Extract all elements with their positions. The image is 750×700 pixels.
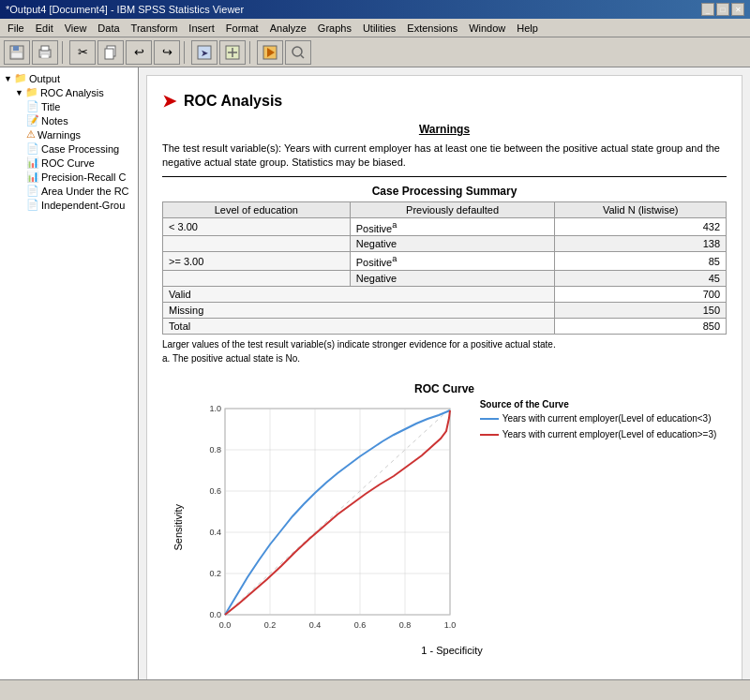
folder-icon-roc: 📁 [25,86,38,98]
svg-rect-1 [13,46,19,51]
chart-svg-container: 0.0 0.2 0.4 0.6 0.8 1.0 0.0 0.2 0.4 0. [188,399,717,656]
table-row: >= 3.00 Positivea 85 [163,252,727,271]
chart-area: Sensitivity [172,399,717,656]
outline-panel[interactable]: ▼ 📁 Output ▼ 📁 ROC Analysis 📄 Title 📝 No… [0,67,139,679]
toolbar-sep-2 [184,41,188,64]
cell-edu-2 [163,236,351,252]
outline-roc-curve-label: ROC Curve [41,157,95,169]
menu-window[interactable]: Window [463,21,511,36]
case-processing-section: Case Processing Summary Level of educati… [162,185,727,364]
cut-button[interactable]: ✂ [69,40,96,65]
save-button[interactable] [4,40,30,65]
output-panel[interactable]: ➤ ROC Analysis Warnings The test result … [139,67,750,679]
red-line-icon [480,434,499,436]
window-title: *Output4 [Document4] - IBM SPSS Statisti… [6,4,244,15]
legend-item-blue: Years with current employer(Level of edu… [480,413,717,424]
outline-area-label: Area Under the RC [41,186,129,197]
chart-icon-roc: 📊 [26,156,39,169]
menu-insert[interactable]: Insert [183,21,220,36]
roc-analysis-title: ROC Analysis [184,93,282,110]
legend-title: Source of the Curve [480,399,717,410]
legend-label-red: Years with current employer(Level of edu… [502,429,717,439]
svg-text:0.6: 0.6 [209,486,221,496]
window-controls[interactable]: _ □ ✕ [701,3,744,16]
cell-valid-val: 700 [555,287,727,303]
blue-line-icon [480,418,499,420]
cell-n-1: 432 [555,217,727,236]
menu-format[interactable]: Format [220,21,264,36]
svg-text:0.4: 0.4 [308,620,321,630]
menu-help[interactable]: Help [511,21,544,36]
svg-text:0.2: 0.2 [209,569,221,578]
chart-with-legend: 0.0 0.2 0.4 0.6 0.8 1.0 0.0 0.2 0.4 0. [188,399,717,643]
toolbar: ✂ ↩ ↪ ➤ [0,37,750,67]
doc-icon-ind: 📄 [26,199,39,211]
table-note: Larger values of the test result variabl… [162,338,727,351]
cell-edu-3: >= 3.00 [163,252,351,271]
outline-warnings[interactable]: ⚠ Warnings [0,127,138,141]
main-area: ▼ 📁 Output ▼ 📁 ROC Analysis 📄 Title 📝 No… [0,67,750,679]
chart-title: ROC Curve [414,382,474,395]
outline-area-under[interactable]: 📄 Area Under the RC [0,184,138,198]
doc-icon-case: 📄 [26,142,39,155]
x-axis-label: 1 - Specificity [188,645,717,656]
roc-analysis-header: ➤ ROC Analysis [162,91,727,112]
table-row: Valid 700 [163,287,727,303]
print-button[interactable] [32,40,58,65]
cell-edu-1: < 3.00 [163,217,351,236]
outline-roc-analysis[interactable]: ▼ 📁 ROC Analysis [0,85,138,99]
undo-button[interactable]: ↩ [126,40,152,65]
cell-valid-label: Valid [163,287,555,303]
outline-title-label: Title [41,101,60,112]
collapse-icon: ▼ [4,74,12,83]
chart-legend: Source of the Curve Years with current e… [480,399,717,445]
goto-button[interactable]: ➤ [191,40,218,65]
table-row: Missing 150 [163,303,727,319]
output-content: ➤ ROC Analysis Warnings The test result … [146,75,742,679]
menu-analyze[interactable]: Analyze [264,21,312,36]
insert-output-button[interactable] [219,40,246,65]
roc-curve-chart: ROC Curve Sensitivity [162,382,727,656]
svg-text:0.0: 0.0 [218,620,231,630]
outline-roc-label: ROC Analysis [40,87,104,98]
col-header-validn: Valid N (listwise) [555,201,727,217]
menu-view[interactable]: View [59,21,93,36]
cell-pos-2: Positivea [350,252,555,271]
outline-output[interactable]: ▼ 📁 Output [0,71,138,85]
cell-neg-2: Negative [350,271,555,287]
outline-roc-curve[interactable]: 📊 ROC Curve [0,156,138,170]
legend-label-blue: Years with current employer(Level of edu… [502,413,712,424]
menu-edit[interactable]: Edit [30,21,59,36]
zoom-button[interactable] [285,40,311,65]
menu-file[interactable]: File [2,21,30,36]
chart-icon-pr: 📊 [26,171,39,183]
warnings-text: The test result variable(s): Years with … [162,141,727,177]
outline-title[interactable]: 📄 Title [0,99,138,113]
title-bar: *Output4 [Document4] - IBM SPSS Statisti… [0,0,750,19]
outline-precision-recall[interactable]: 📊 Precision-Recall C [0,170,138,184]
run-button[interactable] [257,40,283,65]
svg-text:0.2: 0.2 [263,620,276,630]
copy-button[interactable] [98,40,124,65]
warnings-title: Warnings [162,123,727,136]
outline-notes-label: Notes [41,115,68,127]
svg-text:0.4: 0.4 [209,528,221,537]
table-row: Negative 138 [163,236,727,252]
minimize-button[interactable]: _ [701,3,714,16]
maximize-button[interactable]: □ [716,3,729,16]
outline-notes[interactable]: 📝 Notes [0,113,138,127]
toolbar-sep-1 [62,41,66,64]
menu-utilities[interactable]: Utilities [357,21,401,36]
redo-button[interactable]: ↪ [154,40,180,65]
outline-independent[interactable]: 📄 Independent-Grou [0,198,138,212]
outline-case-processing[interactable]: 📄 Case Processing [0,141,138,156]
close-button[interactable]: ✕ [731,3,744,16]
outline-case-label: Case Processing [41,143,119,155]
case-processing-table: Level of education Previously defaulted … [162,201,727,335]
menu-graphs[interactable]: Graphs [312,21,357,36]
menu-data[interactable]: Data [92,21,125,36]
svg-rect-2 [11,52,22,58]
cell-total-label: Total [163,319,555,335]
menu-transform[interactable]: Transform [126,21,184,36]
menu-extensions[interactable]: Extensions [401,21,463,36]
